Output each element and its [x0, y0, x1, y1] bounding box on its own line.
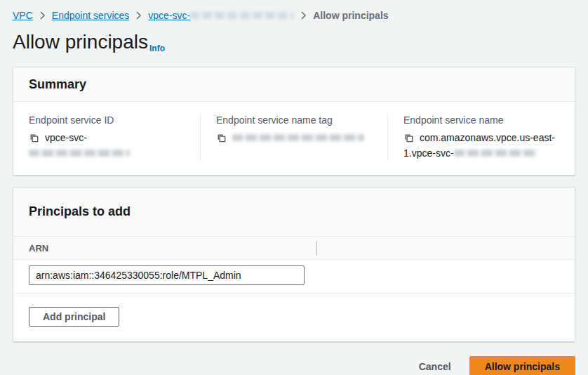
field-value — [216, 130, 372, 145]
summary-title: Summary — [29, 77, 86, 92]
allow-principals-button[interactable]: Allow principals — [469, 356, 575, 375]
page-title: Allow principalsInfo — [13, 30, 575, 58]
summary-card: Summary Endpoint service ID vpce-svc- En… — [13, 67, 575, 176]
footer-actions: Cancel Allow principals — [13, 356, 575, 375]
principals-card-header: Principals to add — [13, 188, 575, 237]
breadcrumb: VPC Endpoint services vpce-svc- Allow pr… — [13, 10, 575, 21]
summary-field-endpoint-service-id: Endpoint service ID vpce-svc- — [13, 113, 200, 161]
breadcrumb-link-service-id[interactable]: vpce-svc- — [148, 10, 294, 21]
field-value: com.amazonaws.vpce.us-east-1.vpce-svc- — [403, 130, 559, 161]
chevron-right-icon — [300, 11, 307, 20]
info-link[interactable]: Info — [149, 44, 165, 53]
add-principal-button[interactable]: Add principal — [29, 307, 119, 327]
value-prefix: vpce-svc- — [45, 132, 87, 143]
redacted-text — [190, 12, 294, 19]
breadcrumb-service-id-prefix: vpce-svc- — [148, 10, 190, 21]
field-value: vpce-svc- — [29, 130, 185, 161]
summary-card-header: Summary — [13, 67, 575, 102]
redacted-text — [454, 150, 537, 157]
principals-table-header: ARN — [13, 237, 575, 260]
copy-icon[interactable] — [216, 133, 227, 145]
field-label: Endpoint service ID — [29, 113, 185, 127]
breadcrumb-link-endpoint-services[interactable]: Endpoint services — [52, 10, 130, 21]
add-principal-row: Add principal — [13, 294, 575, 341]
field-label: Endpoint service name — [403, 113, 559, 127]
redacted-text — [29, 150, 130, 157]
copy-icon[interactable] — [29, 133, 39, 145]
principals-card: Principals to add ARN Add principal — [13, 187, 575, 342]
column-divider — [316, 241, 317, 256]
summary-field-endpoint-service-name: Endpoint service name com.amazonaws.vpce… — [387, 113, 575, 161]
arn-input-row — [13, 260, 575, 294]
field-label: Endpoint service name tag — [216, 113, 372, 127]
breadcrumb-current: Allow principals — [313, 10, 388, 21]
breadcrumb-link-vpc[interactable]: VPC — [13, 10, 33, 21]
summary-field-endpoint-service-name-tag: Endpoint service name tag — [200, 113, 387, 161]
column-header-arn: ARN — [29, 243, 48, 254]
page: VPC Endpoint services vpce-svc- Allow pr… — [0, 0, 588, 375]
principals-title: Principals to add — [29, 204, 131, 219]
redacted-text — [232, 134, 364, 141]
copy-icon[interactable] — [403, 133, 414, 145]
arn-input[interactable] — [29, 265, 305, 285]
chevron-right-icon — [135, 11, 142, 20]
summary-body: Endpoint service ID vpce-svc- Endpoint s… — [13, 102, 575, 175]
cancel-button[interactable]: Cancel — [419, 361, 451, 372]
chevron-right-icon — [39, 11, 46, 20]
page-title-text: Allow principals — [13, 31, 148, 53]
